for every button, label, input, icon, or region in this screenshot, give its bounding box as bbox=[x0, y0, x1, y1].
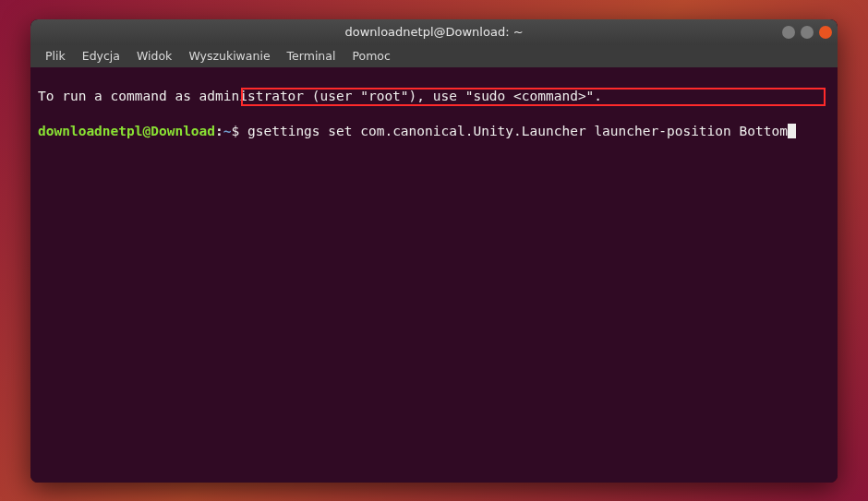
terminal-body[interactable]: To run a command as administrator (user … bbox=[30, 67, 838, 483]
window-title: downloadnetpl@Download: ~ bbox=[30, 25, 838, 39]
cursor-icon bbox=[788, 124, 796, 138]
menu-file[interactable]: Plik bbox=[38, 47, 73, 65]
command-input[interactable]: gsettings set com.canonical.Unity.Launch… bbox=[247, 124, 788, 138]
prompt-path: ~ bbox=[223, 124, 232, 138]
terminal-output-line: To run a command as administrator (user … bbox=[38, 88, 830, 105]
menubar: Plik Edycja Widok Wyszukiwanie Terminal … bbox=[30, 45, 838, 67]
window-controls bbox=[782, 26, 832, 39]
maximize-button[interactable] bbox=[801, 26, 814, 39]
menu-search[interactable]: Wyszukiwanie bbox=[181, 47, 277, 65]
menu-view[interactable]: Widok bbox=[129, 47, 179, 65]
close-button[interactable] bbox=[819, 26, 832, 39]
prompt-separator: : bbox=[215, 124, 223, 138]
menu-terminal[interactable]: Terminal bbox=[280, 47, 344, 65]
terminal-prompt-line: downloadnetpl@Download:~$ gsettings set … bbox=[38, 123, 830, 140]
menu-help[interactable]: Pomoc bbox=[344, 47, 397, 65]
minimize-button[interactable] bbox=[782, 26, 795, 39]
titlebar: downloadnetpl@Download: ~ bbox=[30, 19, 838, 45]
prompt-symbol: $ bbox=[232, 124, 240, 138]
terminal-window: downloadnetpl@Download: ~ Plik Edycja Wi… bbox=[30, 19, 838, 483]
prompt-user-host: downloadnetpl@Download bbox=[38, 124, 215, 138]
menu-edit[interactable]: Edycja bbox=[75, 47, 127, 65]
